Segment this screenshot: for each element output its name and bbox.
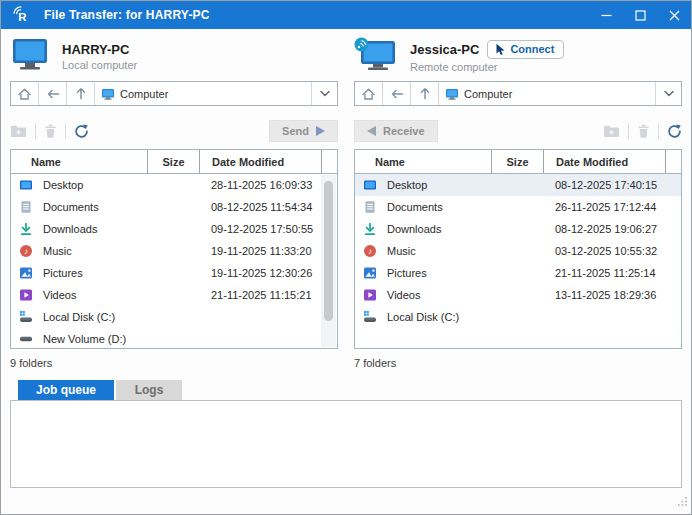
column-header-date-modified[interactable]: Date Modified xyxy=(199,150,321,173)
send-button[interactable]: Send xyxy=(269,120,338,142)
local-disk-icon xyxy=(363,310,377,324)
local-path-text: Computer xyxy=(120,88,168,100)
toolbar-separator xyxy=(628,123,629,139)
music-icon: ♪ xyxy=(19,244,33,258)
remote-computer-name: Jessica-PC xyxy=(410,42,479,57)
column-header-spacer xyxy=(321,150,337,173)
local-delete-button[interactable] xyxy=(44,124,57,138)
videos-icon xyxy=(19,288,33,302)
pictures-icon xyxy=(363,266,377,280)
file-row-local-disk-c[interactable]: Local Disk (C:) xyxy=(11,306,337,328)
file-row-local-disk-c[interactable]: Local Disk (C:) xyxy=(355,306,681,328)
file-row-documents[interactable]: Documents 26-11-2025 17:12:44 xyxy=(355,196,681,218)
local-panel: HARRY-PC Local computer xyxy=(10,34,338,369)
music-icon: ♪ xyxy=(363,244,377,258)
tab-logs[interactable]: Logs xyxy=(116,380,182,400)
close-button[interactable] xyxy=(657,1,691,29)
remote-path-dropdown[interactable]: Computer xyxy=(439,82,655,105)
remote-refresh-button[interactable] xyxy=(667,124,682,139)
remote-home-button[interactable] xyxy=(355,82,383,105)
local-toolbar: Send xyxy=(10,118,338,144)
file-row-downloads[interactable]: Downloads 09-12-2025 17:50:55 xyxy=(11,218,337,240)
downloads-icon xyxy=(19,222,33,236)
remote-computer-type: Remote computer xyxy=(410,61,564,73)
home-icon xyxy=(17,87,32,101)
column-header-spacer xyxy=(665,150,681,173)
resize-grip[interactable] xyxy=(677,493,688,511)
file-row-new-volume-d[interactable]: New Volume (D:) xyxy=(11,328,337,349)
remote-folder-count: 7 folders xyxy=(354,357,682,369)
file-row-pictures[interactable]: Pictures 21-11-2025 11:25:14 xyxy=(355,262,681,284)
new-folder-icon xyxy=(10,124,27,138)
local-file-list: Name Size Date Modified Desktop 28-11-20… xyxy=(10,149,338,349)
column-header-name[interactable]: Name xyxy=(11,150,147,173)
file-row-pictures[interactable]: Pictures 19-11-2025 12:30:26 xyxy=(11,262,337,284)
app-logo-icon: R xyxy=(11,6,31,24)
local-home-button[interactable] xyxy=(11,82,39,105)
receive-button[interactable]: Receive xyxy=(354,120,438,142)
file-row-downloads[interactable]: Downloads 08-12-2025 19:06:27 xyxy=(355,218,681,240)
file-row-documents[interactable]: Documents 08-12-2025 11:54:34 xyxy=(11,196,337,218)
local-navbar: Computer xyxy=(10,81,338,106)
file-row-desktop-selected[interactable]: Desktop 08-12-2025 17:40:15 xyxy=(355,174,681,196)
local-path-expand-button[interactable] xyxy=(311,82,337,105)
local-path-dropdown[interactable]: Computer xyxy=(95,82,311,105)
tab-job-queue[interactable]: Job queue xyxy=(18,380,114,400)
local-disk-icon xyxy=(19,310,33,324)
local-computer-name: HARRY-PC xyxy=(62,42,137,57)
trash-icon xyxy=(637,124,650,138)
refresh-icon xyxy=(667,124,682,139)
arrow-up-icon xyxy=(74,87,88,100)
local-new-folder-button[interactable] xyxy=(10,124,27,138)
connect-button[interactable]: Connect xyxy=(487,40,564,59)
remote-up-button[interactable] xyxy=(411,82,439,105)
toolbar-separator xyxy=(65,123,66,139)
column-header-name[interactable]: Name xyxy=(355,150,491,173)
scrollbar-thumb[interactable] xyxy=(324,181,333,321)
job-queue-panel xyxy=(10,400,682,488)
column-header-size[interactable]: Size xyxy=(147,150,199,173)
column-header-size[interactable]: Size xyxy=(491,150,543,173)
local-up-button[interactable] xyxy=(67,82,95,105)
remote-navbar: Computer xyxy=(354,81,682,106)
local-refresh-button[interactable] xyxy=(74,124,89,139)
local-computer-header: HARRY-PC Local computer xyxy=(10,36,338,76)
send-label: Send xyxy=(282,125,309,137)
column-header-date-modified[interactable]: Date Modified xyxy=(543,150,665,173)
maximize-button[interactable] xyxy=(623,1,657,29)
computer-icon xyxy=(101,88,115,100)
downloads-icon xyxy=(363,222,377,236)
trash-icon xyxy=(44,124,57,138)
minimize-button[interactable] xyxy=(589,1,623,29)
file-row-desktop[interactable]: Desktop 28-11-2025 16:09:33 xyxy=(11,174,337,196)
computer-icon xyxy=(445,88,459,100)
remote-path-expand-button[interactable] xyxy=(655,82,681,105)
file-row-videos[interactable]: Videos 13-11-2025 18:29:36 xyxy=(355,284,681,306)
remote-new-folder-button[interactable] xyxy=(603,124,620,138)
local-folder-count: 9 folders xyxy=(10,357,338,369)
file-row-videos[interactable]: Videos 21-11-2025 11:15:21 xyxy=(11,284,337,306)
file-row-music[interactable]: ♪Music 03-12-2025 10:55:32 xyxy=(355,240,681,262)
remote-panel: Jessica-PC Connect Remote computer xyxy=(354,34,682,369)
toolbar-separator xyxy=(658,123,659,139)
receive-arrow-icon xyxy=(367,126,376,136)
local-list-scrollbar xyxy=(321,175,336,347)
new-folder-icon xyxy=(603,124,620,138)
file-row-music[interactable]: ♪Music 19-11-2025 11:33:20 xyxy=(11,240,337,262)
local-back-button[interactable] xyxy=(39,82,67,105)
pictures-icon xyxy=(19,266,33,280)
chevron-down-icon xyxy=(663,90,675,98)
window-controls xyxy=(589,1,691,29)
bottom-tabs: Job queue Logs xyxy=(10,380,682,400)
remote-back-button[interactable] xyxy=(383,82,411,105)
remote-delete-button[interactable] xyxy=(637,124,650,138)
remote-computer-header: Jessica-PC Connect Remote computer xyxy=(354,36,682,76)
documents-icon xyxy=(19,200,33,214)
file-transfer-window: R File Transfer: for HARRY-PC xyxy=(0,0,692,515)
local-computer-type: Local computer xyxy=(62,59,137,71)
remote-toolbar: Receive xyxy=(354,118,682,144)
videos-icon xyxy=(363,288,377,302)
arrow-up-icon xyxy=(418,87,432,100)
remote-path-text: Computer xyxy=(464,88,512,100)
remote-list-header: Name Size Date Modified xyxy=(355,150,681,174)
